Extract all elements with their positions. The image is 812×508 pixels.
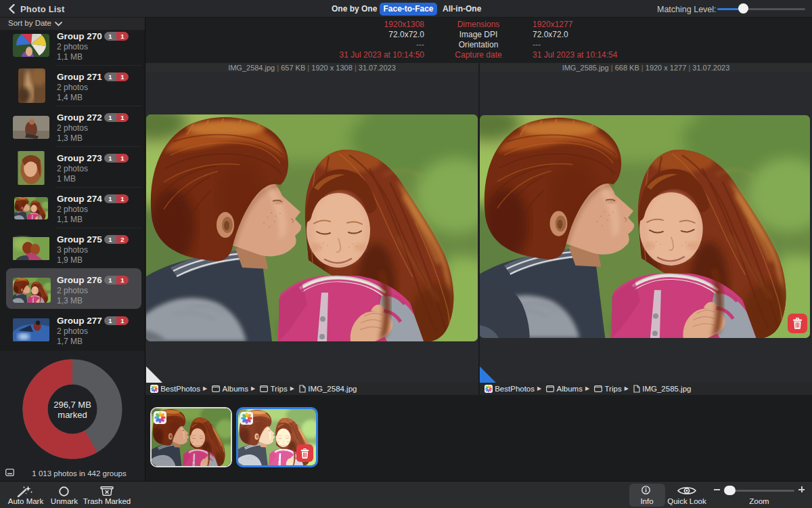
svg-text:marked: marked: [58, 410, 87, 420]
svg-text:296,7 MB: 296,7 MB: [53, 400, 91, 410]
